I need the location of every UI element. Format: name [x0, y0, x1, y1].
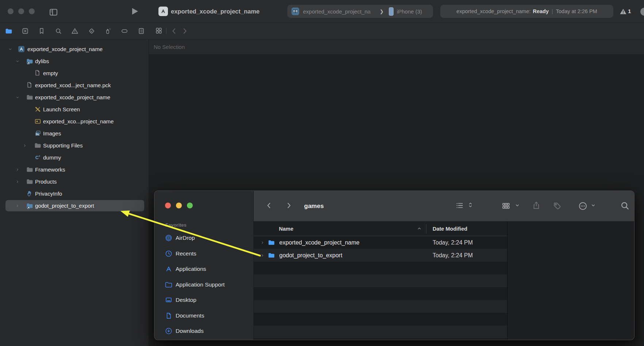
navigator-tab-breakpoint[interactable]: [116, 23, 133, 39]
item-label: exported_xcode_project_name: [35, 91, 110, 103]
cpp-icon: C+: [34, 154, 41, 161]
item-label: Documents: [176, 308, 204, 324]
item-label: exported_xcode_project_name: [27, 43, 103, 55]
zoom-button[interactable]: [29, 8, 35, 14]
sort-updown-icon[interactable]: [467, 202, 474, 208]
forward-chevron-icon[interactable]: [181, 27, 188, 35]
empty-row: [254, 338, 507, 340]
nav-report-icon: [138, 27, 145, 35]
navigator-tab-warning[interactable]: [67, 23, 83, 39]
minimize-button[interactable]: [176, 203, 182, 208]
sidebar-item-supporting-files[interactable]: Supporting Files: [0, 139, 149, 151]
favorites-item-documents[interactable]: Documents: [154, 308, 254, 324]
navigator-tab-report[interactable]: [133, 23, 149, 39]
related-items-grid-icon[interactable]: [155, 27, 162, 34]
column-divider[interactable]: [426, 224, 426, 234]
navigator-tab-test[interactable]: [83, 23, 100, 39]
column-header-name[interactable]: Name: [279, 222, 294, 236]
item-label: Recents: [176, 246, 196, 262]
screen: exported_xcode_project_name exported_xco…: [0, 0, 644, 346]
chevron-down-icon[interactable]: [515, 203, 520, 208]
share-icon[interactable]: [532, 201, 541, 210]
navigator-tab-folder[interactable]: [0, 23, 17, 39]
disclosure-closed-icon[interactable]: [23, 139, 27, 151]
folder-blue-ref-icon: [26, 202, 33, 209]
list-view-icon[interactable]: [456, 201, 464, 209]
sidebar-item-empty[interactable]: empty: [0, 67, 149, 79]
sidebar-item-products[interactable]: Products: [0, 176, 149, 188]
nav-folder-icon: [5, 27, 12, 35]
sort-ascending-icon[interactable]: [417, 226, 422, 231]
disclosure-closed-icon[interactable]: [15, 200, 20, 212]
disclosure-closed-icon[interactable]: [15, 164, 20, 176]
favorites-item-applications[interactable]: Applications: [154, 261, 254, 277]
item-label: dylibs: [35, 55, 49, 67]
sidebar-item-dummy[interactable]: C+dummy: [0, 151, 149, 164]
run-destination[interactable]: iPhone (3): [397, 8, 422, 15]
sidebar-item-exported-xco-project-name[interactable]: exported_xco...project_name: [0, 115, 149, 127]
favorites-item-airdrop[interactable]: AirDrop: [154, 230, 254, 246]
zoom-button[interactable]: [187, 203, 193, 208]
item-label: exported_xco...project_name: [43, 115, 114, 127]
close-button[interactable]: [165, 203, 171, 208]
warning-count[interactable]: 1: [628, 0, 631, 23]
sidebar-item-godot-project-to-export[interactable]: godot_project_to_export: [0, 200, 149, 212]
favorites-item-downloads[interactable]: Downloads: [154, 323, 254, 339]
navigator-tab-bookmark[interactable]: [34, 23, 50, 39]
sidebar-item-privacyinfo[interactable]: PrivacyInfo: [0, 188, 149, 200]
toggle-sidebar-icon[interactable]: [49, 8, 58, 17]
sidebar-item-dylibs[interactable]: dylibs: [0, 55, 149, 67]
close-button[interactable]: [8, 8, 14, 14]
scheme-selector[interactable]: exported_xcode_project_na ❯ iPhone (3): [287, 5, 433, 18]
project-tree: exported_xcode_project_namedylibsemptyex…: [0, 43, 149, 212]
sidebar-item-exported-xcode-project-name[interactable]: exported_xcode_project_name: [0, 43, 149, 55]
file-date-modified: Today, 2:24 PM: [433, 249, 473, 262]
status-divider: |: [552, 8, 553, 14]
disclosure-closed-icon[interactable]: [260, 236, 265, 249]
sidebar-item-launch-screen[interactable]: Launch Screen: [0, 103, 149, 115]
file-row-exported_xcode_project_name[interactable]: exported_xcode_project_name Today, 2:24 …: [254, 236, 507, 249]
column-header-date-modified[interactable]: Date Modified: [433, 222, 467, 236]
svg-text:C: C: [35, 155, 39, 160]
sidebar-item-frameworks[interactable]: Frameworks: [0, 164, 149, 176]
godot-app-icon: [291, 7, 299, 15]
tag-icon[interactable]: [553, 201, 561, 210]
more-circle-icon[interactable]: [578, 201, 587, 211]
jump-bar: No Selection: [149, 39, 644, 55]
chevron-down-icon[interactable]: [591, 203, 596, 208]
disclosure-open-icon[interactable]: [15, 55, 20, 67]
forward-chevron-icon[interactable]: [285, 202, 292, 209]
empty-row: [254, 326, 507, 338]
sidebar-item-exported-xcod-ject-name-pck[interactable]: exported_xcod...ject_name.pck: [0, 79, 149, 91]
nav-search-icon: [55, 27, 62, 35]
disclosure-closed-icon[interactable]: [260, 249, 265, 262]
run-button[interactable]: [132, 8, 138, 15]
navigator-tab-source-control[interactable]: [17, 23, 33, 39]
sidebar-item-exported-xcode-project-name[interactable]: exported_xcode_project_name: [0, 91, 149, 103]
back-chevron-icon[interactable]: [170, 27, 178, 35]
xcode-titlebar: exported_xcode_project_name exported_xco…: [0, 0, 644, 23]
navigator-tab-debug[interactable]: [100, 23, 116, 39]
item-label: Launch Screen: [43, 103, 80, 115]
file-date-modified: Today, 2:24 PM: [433, 236, 473, 249]
navigator-tab-search[interactable]: [50, 23, 66, 39]
folder-gray-icon: [34, 142, 41, 149]
item-label: Frameworks: [35, 164, 65, 176]
group-grid-icon[interactable]: [502, 201, 510, 210]
folder-icon: [268, 252, 275, 259]
sidebar-item-images[interactable]: Images: [0, 127, 149, 139]
warning-icon[interactable]: [620, 8, 627, 15]
back-chevron-icon[interactable]: [265, 202, 273, 209]
play-icon: [132, 8, 138, 15]
account-avatar[interactable]: [640, 8, 644, 16]
disclosure-open-icon[interactable]: [15, 91, 20, 103]
search-icon[interactable]: [620, 201, 629, 210]
favorites-item-recents[interactable]: Recents: [154, 246, 254, 262]
disclosure-closed-icon[interactable]: [15, 176, 20, 188]
minimize-button[interactable]: [18, 8, 24, 14]
file-row-godot_project_to_export[interactable]: godot_project_to_export Today, 2:24 PM: [254, 249, 507, 262]
item-label: Downloads: [176, 323, 204, 339]
disclosure-open-icon[interactable]: [8, 43, 12, 55]
favorites-item-application-support[interactable]: Application Support: [154, 277, 254, 293]
favorites-item-desktop[interactable]: Desktop: [154, 292, 254, 308]
